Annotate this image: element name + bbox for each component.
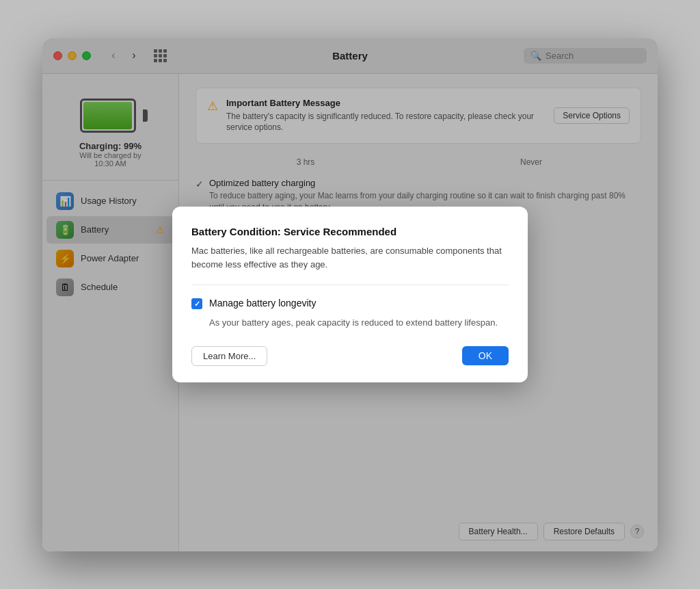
modal-overlay: Battery Condition: Service Recommended M… xyxy=(42,38,658,551)
modal-title: Battery Condition: Service Recommended xyxy=(191,226,509,237)
manage-longevity-row[interactable]: ✓ Manage battery longevity xyxy=(191,298,509,309)
checkbox-checked-icon: ✓ xyxy=(191,298,202,309)
ok-button[interactable]: OK xyxy=(462,346,509,365)
checkbox-label: Manage battery longevity xyxy=(209,298,316,309)
learn-more-button[interactable]: Learn More... xyxy=(191,346,267,366)
modal-divider xyxy=(191,285,509,285)
checkbox-description: As your battery ages, peak capacity is r… xyxy=(209,316,509,330)
modal-dialog: Battery Condition: Service Recommended M… xyxy=(172,207,528,382)
modal-actions: Learn More... OK xyxy=(191,346,509,366)
app-window: ‹ › Battery 🔍 xyxy=(42,38,658,551)
modal-description: Mac batteries, like all rechargeable bat… xyxy=(191,244,509,271)
